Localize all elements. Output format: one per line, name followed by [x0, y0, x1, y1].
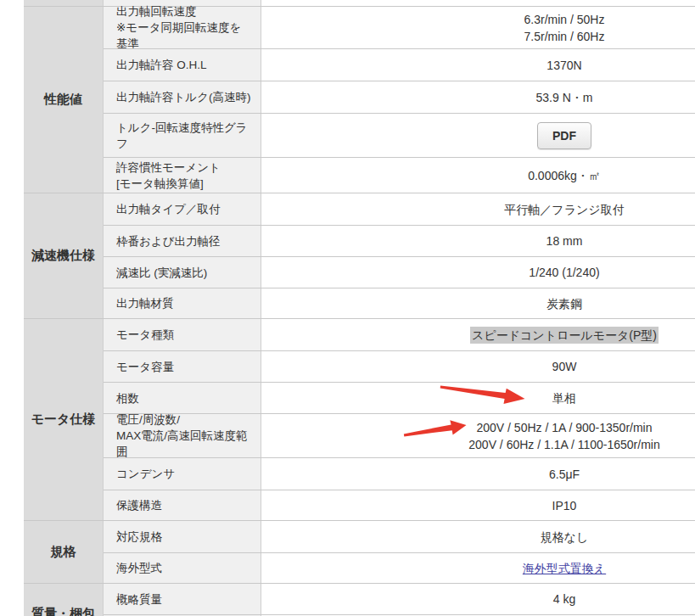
table-row: 保護構造 IP10 [104, 490, 695, 520]
table-row: 概略質量 4 kg [104, 584, 695, 614]
spec-label: 相数 [104, 383, 261, 413]
spec-label: 出力軸材質 [104, 288, 261, 318]
category-cell: 規格 [24, 521, 104, 583]
spec-value: 90W [261, 351, 695, 382]
table-row: 対応規格 規格なし [104, 521, 695, 552]
spec-value [261, 0, 695, 6]
spec-label: モータ容量 [104, 351, 261, 382]
spec-label: 対応規格 [104, 521, 261, 552]
table-row: 出力軸材質 炭素鋼 [104, 288, 695, 318]
spec-label: 出力軸許容トルク(高速時) [104, 81, 261, 113]
table-row: トルク-回転速度特性グラフ PDF [104, 113, 695, 157]
spec-value: 炭素鋼 [261, 288, 695, 318]
section-performance: 性能値 出力軸回転速度 ※モータ同期回転速度を基準 6.3r/min / 50H… [24, 7, 695, 193]
spec-value: スピードコントロールモータ(P型) [261, 319, 695, 350]
spec-value: 平行軸／フランジ取付 [261, 193, 695, 225]
pdf-button[interactable]: PDF [537, 122, 591, 149]
table-row: 出力軸許容 O.H.L 1370N [104, 48, 695, 81]
table-row: 海外型式 海外型式置換え [104, 552, 695, 583]
category-cell: モータ仕様 [24, 319, 104, 520]
spec-label: コンデンサ [104, 458, 261, 490]
spec-label: 出力軸回転速度 ※モータ同期回転速度を基準 [104, 7, 261, 48]
category-cell: 性能値 [24, 7, 104, 193]
section-motor: モータ仕様 モータ種類 スピードコントロールモータ(P型) モータ容量 90W … [24, 319, 695, 521]
table-row: 電圧/周波数/ MAX電流/高速回転速度範囲 200V / 50Hz / 1A … [104, 413, 695, 457]
category-cell [24, 0, 104, 6]
table-row: 減速比 (実減速比) 1/240 (1/240) [104, 256, 695, 288]
spec-value: 海外型式置換え [261, 553, 695, 583]
table-row: 出力軸回転速度 ※モータ同期回転速度を基準 6.3r/min / 50Hz 7.… [104, 7, 695, 48]
motor-type-highlighted-text: スピードコントロールモータ(P型) [470, 327, 659, 344]
table-row: コンデンサ 6.5μF [104, 457, 695, 490]
spec-value: 18 mm [261, 226, 695, 256]
table-row: 相数 単相 [104, 382, 695, 413]
spec-label: 許容慣性モーメント [モータ軸換算値] [104, 158, 261, 193]
spec-label: 枠番および出力軸径 [104, 226, 261, 256]
spec-label: 概略質量 [104, 584, 261, 614]
spec-label: 出力軸タイプ／取付 [104, 193, 261, 225]
spec-value: 規格なし [261, 521, 695, 552]
table-row: 出力軸許容トルク(高速時) 53.9 N・m [104, 81, 695, 113]
spec-value: 200V / 50Hz / 1A / 900-1350r/min 200V / … [261, 414, 695, 457]
spec-label: 出力軸許容 O.H.L [104, 49, 261, 81]
spec-value: 4 kg [261, 584, 695, 614]
spec-value: 53.9 N・m [261, 81, 695, 113]
spec-value: 単相 [261, 383, 695, 413]
table-row: モータ容量 90W [104, 350, 695, 382]
spec-value: 6.5μF [261, 458, 695, 490]
table-row: 枠番および出力軸径 18 mm [104, 225, 695, 256]
spec-label: トルク-回転速度特性グラフ [104, 114, 261, 157]
spec-label: モータ種類 [104, 319, 261, 350]
section-standards: 規格 対応規格 規格なし 海外型式 海外型式置換え [24, 521, 695, 584]
spec-label: 電圧/周波数/ MAX電流/高速回転速度範囲 [104, 414, 261, 457]
overseas-model-link[interactable]: 海外型式置換え [523, 560, 606, 577]
spec-label: 海外型式 [104, 553, 261, 583]
spec-value: PDF [261, 114, 695, 157]
spec-label: 減速比 (実減速比) [104, 257, 261, 288]
table-row: モータ種類 スピードコントロールモータ(P型) [104, 319, 695, 350]
section-mass-packing: 質量・梱包 概略質量 4 kg [24, 584, 695, 616]
spec-value: 0.0006kg・㎡ [261, 158, 695, 193]
section-gearhead: 減速機仕様 出力軸タイプ／取付 平行軸／フランジ取付 枠番および出力軸径 18 … [24, 193, 695, 319]
spec-value: 1/240 (1/240) [261, 257, 695, 288]
category-cell: 減速機仕様 [24, 193, 104, 318]
spec-label: 保護構造 [104, 490, 261, 520]
spec-value: 1370N [261, 49, 695, 81]
table-row: 出力軸タイプ／取付 平行軸／フランジ取付 [104, 193, 695, 225]
category-cell: 質量・梱包 [24, 584, 104, 616]
table-row: 許容慣性モーメント [モータ軸換算値] 0.0006kg・㎡ [104, 157, 695, 193]
spec-value: 6.3r/min / 50Hz 7.5r/min / 60Hz [261, 7, 695, 48]
spec-table: 性能値 出力軸回転速度 ※モータ同期回転速度を基準 6.3r/min / 50H… [24, 0, 695, 616]
spec-page: 性能値 出力軸回転速度 ※モータ同期回転速度を基準 6.3r/min / 50H… [0, 0, 695, 616]
spec-value: IP10 [261, 490, 695, 520]
